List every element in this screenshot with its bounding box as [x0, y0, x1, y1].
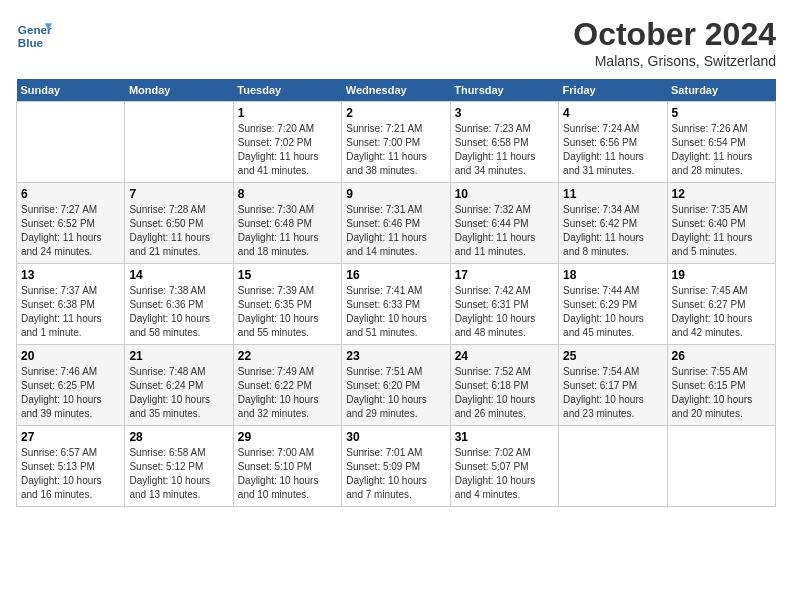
calendar-cell: 25Sunrise: 7:54 AMSunset: 6:17 PMDayligh…	[559, 345, 667, 426]
day-info: Sunrise: 7:51 AMSunset: 6:20 PMDaylight:…	[346, 365, 445, 421]
calendar-cell: 29Sunrise: 7:00 AMSunset: 5:10 PMDayligh…	[233, 426, 341, 507]
calendar-cell: 30Sunrise: 7:01 AMSunset: 5:09 PMDayligh…	[342, 426, 450, 507]
calendar-cell: 19Sunrise: 7:45 AMSunset: 6:27 PMDayligh…	[667, 264, 775, 345]
calendar-cell: 13Sunrise: 7:37 AMSunset: 6:38 PMDayligh…	[17, 264, 125, 345]
weekday-header-sunday: Sunday	[17, 79, 125, 102]
day-number: 13	[21, 268, 120, 282]
calendar-week-5: 27Sunrise: 6:57 AMSunset: 5:13 PMDayligh…	[17, 426, 776, 507]
day-number: 26	[672, 349, 771, 363]
day-info: Sunrise: 7:48 AMSunset: 6:24 PMDaylight:…	[129, 365, 228, 421]
calendar-cell: 23Sunrise: 7:51 AMSunset: 6:20 PMDayligh…	[342, 345, 450, 426]
day-number: 29	[238, 430, 337, 444]
calendar-cell	[559, 426, 667, 507]
weekday-header-tuesday: Tuesday	[233, 79, 341, 102]
calendar-cell: 28Sunrise: 6:58 AMSunset: 5:12 PMDayligh…	[125, 426, 233, 507]
day-number: 24	[455, 349, 554, 363]
day-number: 20	[21, 349, 120, 363]
logo: General Blue	[16, 16, 56, 52]
day-info: Sunrise: 7:35 AMSunset: 6:40 PMDaylight:…	[672, 203, 771, 259]
day-number: 28	[129, 430, 228, 444]
weekday-header-thursday: Thursday	[450, 79, 558, 102]
page-header: General Blue October 2024 Malans, Grison…	[16, 16, 776, 69]
calendar-cell: 31Sunrise: 7:02 AMSunset: 5:07 PMDayligh…	[450, 426, 558, 507]
calendar-cell: 27Sunrise: 6:57 AMSunset: 5:13 PMDayligh…	[17, 426, 125, 507]
calendar-cell: 7Sunrise: 7:28 AMSunset: 6:50 PMDaylight…	[125, 183, 233, 264]
day-number: 6	[21, 187, 120, 201]
day-number: 8	[238, 187, 337, 201]
day-info: Sunrise: 7:01 AMSunset: 5:09 PMDaylight:…	[346, 446, 445, 502]
calendar-cell: 16Sunrise: 7:41 AMSunset: 6:33 PMDayligh…	[342, 264, 450, 345]
title-block: October 2024 Malans, Grisons, Switzerlan…	[573, 16, 776, 69]
day-info: Sunrise: 7:27 AMSunset: 6:52 PMDaylight:…	[21, 203, 120, 259]
day-number: 10	[455, 187, 554, 201]
day-info: Sunrise: 7:23 AMSunset: 6:58 PMDaylight:…	[455, 122, 554, 178]
day-number: 9	[346, 187, 445, 201]
calendar-cell	[17, 102, 125, 183]
day-info: Sunrise: 7:39 AMSunset: 6:35 PMDaylight:…	[238, 284, 337, 340]
calendar-cell: 6Sunrise: 7:27 AMSunset: 6:52 PMDaylight…	[17, 183, 125, 264]
day-info: Sunrise: 7:24 AMSunset: 6:56 PMDaylight:…	[563, 122, 662, 178]
day-info: Sunrise: 7:54 AMSunset: 6:17 PMDaylight:…	[563, 365, 662, 421]
day-info: Sunrise: 7:21 AMSunset: 7:00 PMDaylight:…	[346, 122, 445, 178]
day-info: Sunrise: 7:00 AMSunset: 5:10 PMDaylight:…	[238, 446, 337, 502]
day-number: 19	[672, 268, 771, 282]
day-info: Sunrise: 7:37 AMSunset: 6:38 PMDaylight:…	[21, 284, 120, 340]
day-number: 17	[455, 268, 554, 282]
calendar-cell: 8Sunrise: 7:30 AMSunset: 6:48 PMDaylight…	[233, 183, 341, 264]
day-number: 25	[563, 349, 662, 363]
calendar-cell: 9Sunrise: 7:31 AMSunset: 6:46 PMDaylight…	[342, 183, 450, 264]
day-number: 5	[672, 106, 771, 120]
day-info: Sunrise: 7:32 AMSunset: 6:44 PMDaylight:…	[455, 203, 554, 259]
logo-icon: General Blue	[16, 16, 52, 52]
weekday-header-monday: Monday	[125, 79, 233, 102]
day-info: Sunrise: 7:28 AMSunset: 6:50 PMDaylight:…	[129, 203, 228, 259]
day-number: 12	[672, 187, 771, 201]
calendar-cell: 15Sunrise: 7:39 AMSunset: 6:35 PMDayligh…	[233, 264, 341, 345]
day-info: Sunrise: 6:58 AMSunset: 5:12 PMDaylight:…	[129, 446, 228, 502]
calendar-cell	[667, 426, 775, 507]
calendar-table: SundayMondayTuesdayWednesdayThursdayFrid…	[16, 79, 776, 507]
day-info: Sunrise: 6:57 AMSunset: 5:13 PMDaylight:…	[21, 446, 120, 502]
day-info: Sunrise: 7:34 AMSunset: 6:42 PMDaylight:…	[563, 203, 662, 259]
day-number: 4	[563, 106, 662, 120]
calendar-cell: 12Sunrise: 7:35 AMSunset: 6:40 PMDayligh…	[667, 183, 775, 264]
day-info: Sunrise: 7:52 AMSunset: 6:18 PMDaylight:…	[455, 365, 554, 421]
day-info: Sunrise: 7:49 AMSunset: 6:22 PMDaylight:…	[238, 365, 337, 421]
day-info: Sunrise: 7:46 AMSunset: 6:25 PMDaylight:…	[21, 365, 120, 421]
calendar-cell: 18Sunrise: 7:44 AMSunset: 6:29 PMDayligh…	[559, 264, 667, 345]
day-info: Sunrise: 7:45 AMSunset: 6:27 PMDaylight:…	[672, 284, 771, 340]
day-number: 27	[21, 430, 120, 444]
calendar-week-2: 6Sunrise: 7:27 AMSunset: 6:52 PMDaylight…	[17, 183, 776, 264]
day-number: 11	[563, 187, 662, 201]
calendar-cell: 1Sunrise: 7:20 AMSunset: 7:02 PMDaylight…	[233, 102, 341, 183]
day-number: 21	[129, 349, 228, 363]
day-info: Sunrise: 7:30 AMSunset: 6:48 PMDaylight:…	[238, 203, 337, 259]
day-number: 22	[238, 349, 337, 363]
calendar-cell: 26Sunrise: 7:55 AMSunset: 6:15 PMDayligh…	[667, 345, 775, 426]
calendar-week-3: 13Sunrise: 7:37 AMSunset: 6:38 PMDayligh…	[17, 264, 776, 345]
calendar-week-4: 20Sunrise: 7:46 AMSunset: 6:25 PMDayligh…	[17, 345, 776, 426]
day-number: 15	[238, 268, 337, 282]
calendar-cell: 20Sunrise: 7:46 AMSunset: 6:25 PMDayligh…	[17, 345, 125, 426]
day-number: 1	[238, 106, 337, 120]
day-info: Sunrise: 7:02 AMSunset: 5:07 PMDaylight:…	[455, 446, 554, 502]
month-title: October 2024	[573, 16, 776, 53]
day-info: Sunrise: 7:42 AMSunset: 6:31 PMDaylight:…	[455, 284, 554, 340]
day-number: 7	[129, 187, 228, 201]
weekday-header-saturday: Saturday	[667, 79, 775, 102]
calendar-cell: 10Sunrise: 7:32 AMSunset: 6:44 PMDayligh…	[450, 183, 558, 264]
day-info: Sunrise: 7:26 AMSunset: 6:54 PMDaylight:…	[672, 122, 771, 178]
calendar-cell: 11Sunrise: 7:34 AMSunset: 6:42 PMDayligh…	[559, 183, 667, 264]
calendar-cell	[125, 102, 233, 183]
day-number: 2	[346, 106, 445, 120]
calendar-cell: 4Sunrise: 7:24 AMSunset: 6:56 PMDaylight…	[559, 102, 667, 183]
day-info: Sunrise: 7:31 AMSunset: 6:46 PMDaylight:…	[346, 203, 445, 259]
day-number: 18	[563, 268, 662, 282]
day-info: Sunrise: 7:41 AMSunset: 6:33 PMDaylight:…	[346, 284, 445, 340]
calendar-cell: 21Sunrise: 7:48 AMSunset: 6:24 PMDayligh…	[125, 345, 233, 426]
location: Malans, Grisons, Switzerland	[573, 53, 776, 69]
day-info: Sunrise: 7:44 AMSunset: 6:29 PMDaylight:…	[563, 284, 662, 340]
calendar-cell: 2Sunrise: 7:21 AMSunset: 7:00 PMDaylight…	[342, 102, 450, 183]
calendar-cell: 3Sunrise: 7:23 AMSunset: 6:58 PMDaylight…	[450, 102, 558, 183]
calendar-cell: 14Sunrise: 7:38 AMSunset: 6:36 PMDayligh…	[125, 264, 233, 345]
